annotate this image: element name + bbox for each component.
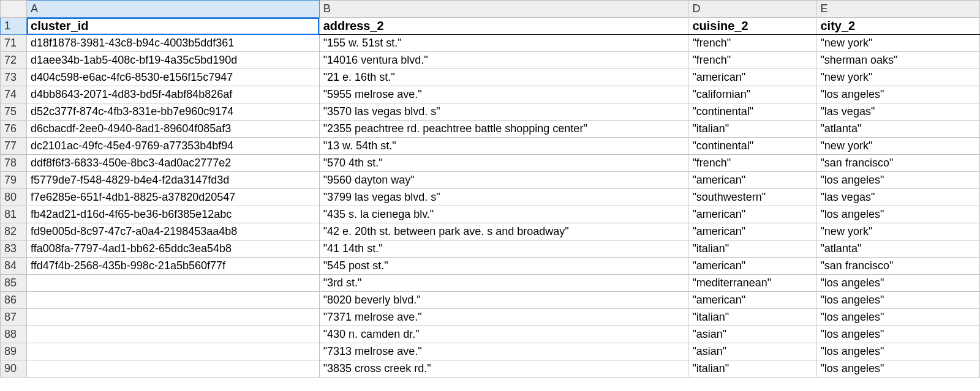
cell-A73[interactable]: d404c598-e6ac-4fc6-8530-e156f15c7947: [27, 69, 320, 86]
row-header[interactable]: 88: [1, 326, 27, 343]
cell-E88[interactable]: "los angeles": [816, 326, 980, 343]
row-header[interactable]: 84: [1, 258, 27, 275]
row-header[interactable]: 81: [1, 206, 27, 223]
col-header-A[interactable]: A: [27, 1, 320, 18]
cell-D1[interactable]: cuisine_2: [688, 18, 816, 35]
cell-B80[interactable]: "3799 las vegas blvd. s": [319, 189, 688, 206]
row-header[interactable]: 74: [1, 86, 27, 103]
cell-B83[interactable]: "41 14th st.": [319, 240, 688, 258]
cell-B86[interactable]: "8020 beverly blvd.": [319, 292, 688, 309]
cell-A77[interactable]: dc2101ac-49fc-45e4-9769-a77353b4bf94: [27, 138, 320, 155]
row-header[interactable]: 86: [1, 292, 27, 309]
cell-E89[interactable]: "los angeles": [816, 343, 980, 360]
row-header[interactable]: 76: [1, 121, 27, 138]
col-header-D[interactable]: D: [688, 1, 816, 18]
cell-A86[interactable]: [27, 292, 320, 309]
row-header[interactable]: 71: [1, 35, 27, 52]
cell-D78[interactable]: "french": [688, 155, 816, 172]
row-header-1[interactable]: 1: [1, 18, 27, 35]
row-header[interactable]: 87: [1, 309, 27, 326]
cell-B81[interactable]: "435 s. la cienega blv.": [319, 206, 688, 223]
row-header[interactable]: 85: [1, 275, 27, 292]
cell-B75[interactable]: "3570 las vegas blvd. s": [319, 103, 688, 121]
spreadsheet-grid[interactable]: A B D E 1 cluster_id address_2 cuisine_2…: [0, 0, 980, 378]
row-header[interactable]: 82: [1, 223, 27, 240]
cell-D79[interactable]: "american": [688, 172, 816, 189]
cell-A80[interactable]: f7e6285e-651f-4db1-8825-a37820d20547: [27, 189, 320, 206]
cell-E76[interactable]: "atlanta": [816, 121, 980, 138]
cell-B71[interactable]: "155 w. 51st st.": [319, 35, 688, 52]
cell-A71[interactable]: d18f1878-3981-43c8-b94c-4003b5ddf361: [27, 35, 320, 52]
cell-A82[interactable]: fd9e005d-8c97-47c7-a0a4-2198453aa4b8: [27, 223, 320, 240]
row-header[interactable]: 72: [1, 52, 27, 69]
cell-A88[interactable]: [27, 326, 320, 343]
cell-B88[interactable]: "430 n. camden dr.": [319, 326, 688, 343]
cell-A85[interactable]: [27, 275, 320, 292]
cell-B84[interactable]: "545 post st.": [319, 258, 688, 275]
cell-D90[interactable]: "italian": [688, 360, 816, 378]
cell-E82[interactable]: "new york": [816, 223, 980, 240]
cell-B82[interactable]: "42 e. 20th st. between park ave. s and …: [319, 223, 688, 240]
cell-D85[interactable]: "mediterranean": [688, 275, 816, 292]
cell-D81[interactable]: "american": [688, 206, 816, 223]
cell-A89[interactable]: [27, 343, 320, 360]
cell-B87[interactable]: "7371 melrose ave.": [319, 309, 688, 326]
cell-D74[interactable]: "californian": [688, 86, 816, 103]
row-header[interactable]: 89: [1, 343, 27, 360]
cell-A83[interactable]: ffa008fa-7797-4ad1-bb62-65ddc3ea54b8: [27, 240, 320, 258]
cell-D87[interactable]: "italian": [688, 309, 816, 326]
cell-E79[interactable]: "los angeles": [816, 172, 980, 189]
cell-A72[interactable]: d1aee34b-1ab5-408c-bf19-4a35c5bd190d: [27, 52, 320, 69]
cell-B74[interactable]: "5955 melrose ave.": [319, 86, 688, 103]
cell-E72[interactable]: "sherman oaks": [816, 52, 980, 69]
cell-A78[interactable]: ddf8f6f3-6833-450e-8bc3-4ad0ac2777e2: [27, 155, 320, 172]
cell-D89[interactable]: "asian": [688, 343, 816, 360]
cell-E71[interactable]: "new york": [816, 35, 980, 52]
cell-B76[interactable]: "2355 peachtree rd. peachtree battle sho…: [319, 121, 688, 138]
row-header[interactable]: 78: [1, 155, 27, 172]
col-header-E[interactable]: E: [816, 1, 980, 18]
cell-E87[interactable]: "los angeles": [816, 309, 980, 326]
cell-A79[interactable]: f5779de7-f548-4829-b4e4-f2da3147fd3d: [27, 172, 320, 189]
cell-B73[interactable]: "21 e. 16th st.": [319, 69, 688, 86]
cell-D71[interactable]: "french": [688, 35, 816, 52]
cell-A74[interactable]: d4bb8643-2071-4d83-bd5f-4abf84b826af: [27, 86, 320, 103]
cell-D73[interactable]: "american": [688, 69, 816, 86]
cell-A87[interactable]: [27, 309, 320, 326]
cell-D76[interactable]: "italian": [688, 121, 816, 138]
corner-cell[interactable]: [1, 1, 27, 18]
cell-B79[interactable]: "9560 dayton way": [319, 172, 688, 189]
cell-B78[interactable]: "570 4th st.": [319, 155, 688, 172]
cell-E84[interactable]: "san francisco": [816, 258, 980, 275]
cell-D84[interactable]: "american": [688, 258, 816, 275]
cell-A90[interactable]: [27, 360, 320, 378]
cell-A81[interactable]: fb42ad21-d16d-4f65-be36-b6f385e12abc: [27, 206, 320, 223]
row-header[interactable]: 80: [1, 189, 27, 206]
cell-D80[interactable]: "southwestern": [688, 189, 816, 206]
cell-E75[interactable]: "las vegas": [816, 103, 980, 121]
cell-E78[interactable]: "san francisco": [816, 155, 980, 172]
row-header[interactable]: 79: [1, 172, 27, 189]
col-header-B[interactable]: B: [319, 1, 688, 18]
cell-B72[interactable]: "14016 ventura blvd.": [319, 52, 688, 69]
cell-A84[interactable]: ffd47f4b-2568-435b-998c-21a5b560f77f: [27, 258, 320, 275]
cell-D72[interactable]: "french": [688, 52, 816, 69]
row-header[interactable]: 75: [1, 103, 27, 121]
cell-B90[interactable]: "3835 cross creek rd.": [319, 360, 688, 378]
cell-B77[interactable]: "13 w. 54th st.": [319, 138, 688, 155]
cell-B1[interactable]: address_2: [319, 18, 688, 35]
cell-D83[interactable]: "italian": [688, 240, 816, 258]
row-header[interactable]: 83: [1, 240, 27, 258]
cell-E74[interactable]: "los angeles": [816, 86, 980, 103]
cell-A76[interactable]: d6cbacdf-2ee0-4940-8ad1-89604f085af3: [27, 121, 320, 138]
cell-E81[interactable]: "los angeles": [816, 206, 980, 223]
row-header[interactable]: 73: [1, 69, 27, 86]
cell-B85[interactable]: "3rd st.": [319, 275, 688, 292]
cell-A1[interactable]: cluster_id: [27, 18, 320, 35]
cell-E86[interactable]: "los angeles": [816, 292, 980, 309]
cell-B89[interactable]: "7313 melrose ave.": [319, 343, 688, 360]
cell-E1[interactable]: city_2: [816, 18, 980, 35]
cell-E90[interactable]: "los angeles": [816, 360, 980, 378]
cell-D75[interactable]: "continental": [688, 103, 816, 121]
cell-D86[interactable]: "american": [688, 292, 816, 309]
